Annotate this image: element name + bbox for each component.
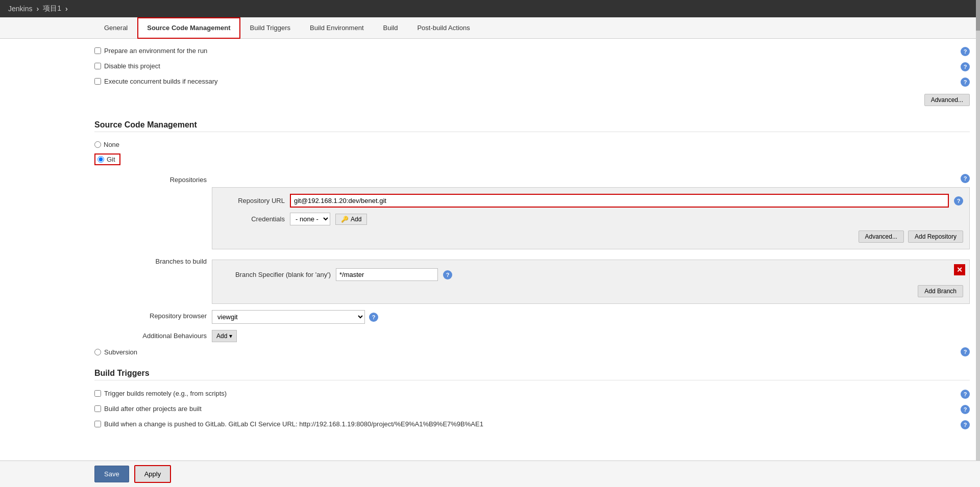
repo-buttons: Advanced... Add Repository — [218, 230, 963, 243]
scroll-thumb[interactable] — [976, 0, 980, 31]
none-radio-row: None — [94, 138, 970, 151]
repo-browser-help-icon[interactable]: ? — [369, 313, 378, 322]
build-after-checkbox[interactable] — [94, 405, 101, 412]
disable-project-label[interactable]: Disable this project — [94, 62, 160, 70]
additional-behaviours-label: Additional Behaviours — [94, 330, 207, 340]
repo-url-help-icon[interactable]: ? — [954, 196, 963, 206]
help-icon-2[interactable]: ? — [961, 62, 970, 71]
additional-behaviours-row: Additional Behaviours Add ▾ — [94, 330, 970, 342]
none-radio[interactable] — [94, 141, 101, 148]
subversion-radio[interactable] — [94, 349, 101, 355]
scm-section: Source Code Management None Git Reposito… — [94, 120, 970, 356]
branch-specifier-input[interactable] — [336, 268, 438, 281]
gitlab-push-row: Build when a change is pushed to GitLab.… — [94, 417, 970, 432]
save-button[interactable]: Save — [94, 466, 129, 482]
repo-url-row: Repository URL ? — [218, 194, 963, 208]
credentials-row: Credentials - none - 🔑 Add — [218, 213, 963, 225]
tab-build-triggers[interactable]: Build Triggers — [240, 17, 300, 38]
concurrent-builds-label[interactable]: Execute concurrent builds if necessary — [94, 78, 218, 85]
tab-build[interactable]: Build — [374, 17, 408, 38]
advanced-repo-button[interactable]: Advanced... — [859, 230, 904, 243]
gitlab-push-help-icon[interactable]: ? — [961, 420, 970, 429]
tab-post-build-actions[interactable]: Post-build Actions — [407, 17, 479, 38]
git-radio-label[interactable]: Git — [97, 156, 115, 163]
remove-branch-button[interactable]: ✕ — [954, 264, 965, 275]
scrollbar[interactable] — [976, 0, 980, 485]
add-credentials-button[interactable]: 🔑 Add — [335, 214, 367, 225]
build-triggers-title: Build Triggers — [94, 369, 970, 380]
repo-url-label: Repository URL — [218, 197, 285, 204]
trigger-remote-help-icon[interactable]: ? — [961, 390, 970, 399]
subversion-help-icon[interactable]: ? — [961, 347, 970, 356]
prepare-env-label[interactable]: Prepare an environment for the run — [94, 47, 207, 55]
add-repository-button[interactable]: Add Repository — [908, 230, 963, 243]
dropdown-arrow-icon: ▾ — [229, 332, 232, 340]
gitlab-push-checkbox[interactable] — [94, 421, 101, 427]
branches-content: ✕ Branch Specifier (blank for 'any') ? A… — [212, 255, 970, 304]
breadcrumb-sep: › — [36, 5, 39, 13]
prepare-env-checkbox[interactable] — [94, 47, 101, 54]
credentials-select[interactable]: - none - — [290, 213, 330, 225]
subversion-radio-label[interactable]: Subversion — [94, 348, 137, 356]
trigger-remote-label[interactable]: Trigger builds remotely (e.g., from scri… — [94, 390, 227, 397]
git-radio[interactable] — [97, 156, 104, 163]
additional-behaviours-content: Add ▾ — [212, 330, 970, 342]
top-bar: Jenkins › 项目1 › — [0, 0, 980, 17]
branch-help-icon[interactable]: ? — [443, 270, 452, 279]
scm-title: Source Code Management — [94, 120, 970, 132]
repo-url-input[interactable] — [290, 194, 949, 208]
repositories-content: ? Repository URL ? Credentials - none - — [212, 174, 970, 249]
build-triggers-section: Build Triggers Trigger builds remotely (… — [94, 369, 970, 432]
apply-button[interactable]: Apply — [134, 465, 172, 483]
main-content: Prepare an environment for the run ? Dis… — [0, 39, 980, 485]
build-after-help-icon[interactable]: ? — [961, 405, 970, 414]
trigger-remote-checkbox[interactable] — [94, 390, 101, 397]
repositories-label: Repositories — [94, 174, 207, 184]
bottom-bar: Save Apply — [0, 460, 980, 485]
add-branch-button[interactable]: Add Branch — [918, 285, 963, 297]
branches-label: Branches to build — [94, 255, 207, 265]
advanced-button[interactable]: Advanced... — [924, 94, 970, 106]
concurrent-builds-checkbox[interactable] — [94, 78, 101, 85]
tab-build-environment[interactable]: Build Environment — [300, 17, 374, 38]
disable-project-row: Disable this project ? — [94, 59, 970, 74]
add-behaviour-button[interactable]: Add ▾ — [212, 330, 237, 342]
advanced-row: Advanced... — [94, 90, 970, 110]
tabs-bar: General Source Code Management Build Tri… — [0, 17, 980, 39]
help-icon-1[interactable]: ? — [961, 47, 970, 56]
gitlab-push-label[interactable]: Build when a change is pushed to GitLab.… — [94, 420, 483, 428]
repo-browser-row: Repository browser viewgit ? — [94, 310, 970, 324]
branches-container: ✕ Branch Specifier (blank for 'any') ? A… — [212, 260, 970, 304]
repositories-help-icon[interactable]: ? — [961, 174, 970, 183]
prepare-env-row: Prepare an environment for the run ? — [94, 44, 970, 59]
none-radio-label[interactable]: None — [94, 141, 119, 148]
trigger-remote-row: Trigger builds remotely (e.g., from scri… — [94, 387, 970, 402]
concurrent-builds-row: Execute concurrent builds if necessary ? — [94, 74, 970, 90]
branch-specifier-row: Branch Specifier (blank for 'any') ? — [218, 268, 963, 281]
branches-section-row: Branches to build ✕ Branch Specifier (bl… — [94, 255, 970, 304]
tab-general[interactable]: General — [94, 17, 137, 38]
credentials-label: Credentials — [218, 215, 285, 223]
project-link[interactable]: 项目1 — [43, 4, 61, 13]
help-icon-3[interactable]: ? — [961, 78, 970, 87]
build-after-row: Build after other projects are built ? — [94, 402, 970, 417]
git-radio-highlight: Git — [94, 153, 120, 165]
build-after-label[interactable]: Build after other projects are built — [94, 405, 202, 413]
key-icon: 🔑 — [341, 216, 349, 223]
subversion-row: Subversion ? — [94, 347, 970, 356]
jenkins-link[interactable]: Jenkins — [8, 5, 32, 13]
git-radio-row: Git — [94, 151, 970, 168]
tab-source-code-management[interactable]: Source Code Management — [137, 17, 240, 39]
repo-browser-label: Repository browser — [94, 310, 207, 320]
repo-browser-content: viewgit ? — [212, 310, 970, 324]
repo-container: Repository URL ? Credentials - none - 🔑 … — [212, 187, 970, 249]
disable-project-checkbox[interactable] — [94, 63, 101, 69]
repo-browser-select[interactable]: viewgit — [212, 310, 365, 324]
general-section: Prepare an environment for the run ? Dis… — [94, 44, 970, 110]
breadcrumb-arrow: › — [65, 5, 68, 13]
branch-specifier-label: Branch Specifier (blank for 'any') — [218, 271, 331, 278]
repositories-section-row: Repositories ? Repository URL ? Credenti… — [94, 174, 970, 249]
